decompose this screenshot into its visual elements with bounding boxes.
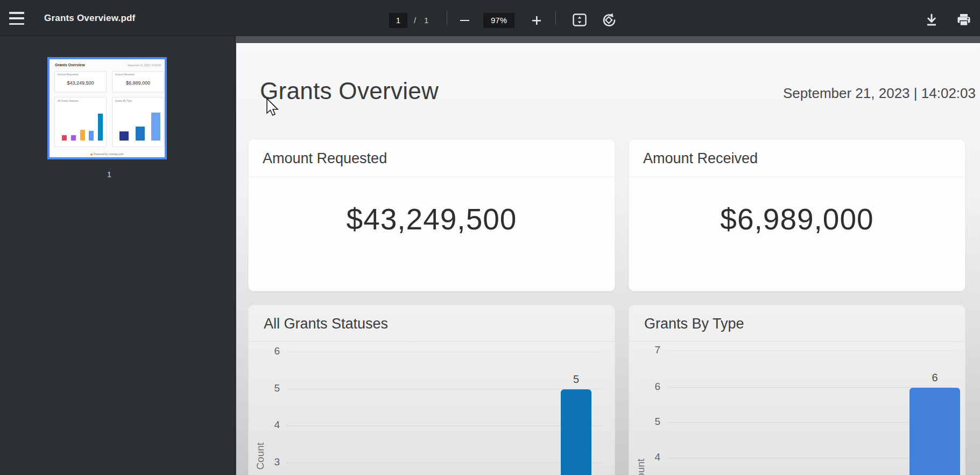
y-axis-tick: 3 [264, 456, 280, 468]
thumbnail-mini-bars [62, 108, 103, 141]
fit-to-page-icon [572, 13, 587, 27]
gridline [286, 425, 602, 426]
y-axis-tick: 7 [644, 344, 660, 356]
thumbnail-mini-bar [136, 127, 145, 141]
y-axis-tick: 6 [264, 345, 280, 357]
thumbnail-chart-title: Grants By Type [115, 100, 132, 102]
thumbnail-chart: All Grants Statuses [54, 97, 107, 147]
stat-card-value: $43,249,500 [249, 202, 615, 236]
minus-icon [460, 20, 469, 22]
stat-card-amount-requested: Amount Requested $43,249,500 [248, 139, 615, 291]
page-total: 1 [424, 13, 428, 28]
thumbnail-page-number: 1 [47, 170, 171, 179]
monday-logo-dot-icon [90, 153, 93, 156]
gridline [286, 463, 602, 463]
zoom-level-input[interactable]: 97% [483, 13, 514, 28]
zoom-out-button[interactable] [456, 13, 473, 28]
y-axis-tick: 4 [644, 451, 660, 463]
y-axis-tick: 5 [644, 416, 660, 428]
bar-value-label: 5 [561, 373, 591, 386]
thumbnail-mini-bar [89, 131, 94, 141]
toolbar-divider [555, 11, 556, 25]
download-button[interactable] [921, 11, 942, 29]
thumbnail-mini-bar [80, 130, 85, 141]
plus-icon [532, 16, 541, 25]
thumbnail-mini-bar [119, 131, 129, 141]
gridline [667, 351, 952, 351]
thumbnail-doc-date: September 21, 2023 | 14:02:03 [128, 64, 161, 67]
pdf-toolbar: Grants Overview.pdf 1 / 1 97% [0, 0, 980, 36]
y-axis-label: Count [635, 453, 646, 475]
thumbnail-mini-bar [71, 135, 76, 141]
y-axis-tick: 4 [264, 419, 280, 431]
thumbnail-mini-bar [62, 135, 67, 141]
document-filename: Grants Overview.pdf [44, 0, 135, 36]
fit-to-page-button[interactable] [570, 11, 589, 29]
bar [910, 388, 960, 475]
gridline [667, 387, 952, 388]
thumbnail-mini-bar [98, 114, 103, 141]
thumbnail-doc-title: Grants Overview [55, 63, 85, 67]
stat-card-amount-received: Amount Received $6,989,000 [629, 139, 965, 291]
zoom-in-button[interactable] [527, 12, 546, 29]
thumbnail-card-value: $43,249,500 [55, 80, 106, 86]
stat-card-title: Amount Requested [249, 139, 615, 177]
download-icon [925, 13, 939, 27]
document-timestamp: September 21, 2023 | 14:02:03 [783, 85, 976, 102]
toolbar-divider [447, 11, 447, 25]
pdf-viewer-window: Grants Overview.pdf 1 / 1 97% [0, 0, 980, 475]
thumbnail-mini-bar [151, 113, 160, 141]
rotate-button[interactable] [598, 10, 619, 30]
page-number-input[interactable]: 1 [389, 13, 407, 28]
bar-value-label: 6 [910, 372, 960, 384]
print-button[interactable] [954, 11, 974, 29]
thumbnail-stat-card: Amount Received $6,989,000 [112, 71, 164, 93]
menu-icon[interactable] [8, 11, 26, 26]
thumbnail-chart-title: All Grants Statuses [58, 100, 79, 102]
bar [561, 389, 591, 475]
thumbnail-card-title: Amount Requested [58, 73, 79, 76]
thumbnail-stat-card: Amount Requested $43,249,500 [54, 71, 107, 93]
y-axis-tick: 6 [644, 381, 660, 393]
mouse-cursor [266, 98, 280, 118]
chart-title: Grants By Type [629, 305, 965, 342]
thumbnail-footer: Powered by monday.com [50, 152, 165, 156]
thumbnail-sidebar: Grants Overview September 21, 2023 | 14:… [0, 36, 235, 475]
y-axis-label: Count [255, 437, 265, 475]
document-title: Grants Overview [260, 78, 439, 104]
chart-card-all-grants-statuses: All Grants Statuses 6 5 4 3 5 Count [248, 305, 615, 475]
gridline [286, 352, 602, 352]
pdf-page: Grants Overview September 21, 2023 | 14:… [236, 43, 980, 475]
gridline [286, 389, 602, 389]
pdf-viewport[interactable]: Grants Overview September 21, 2023 | 14:… [236, 36, 980, 475]
page-count-separator: / [414, 13, 416, 28]
thumbnail-footer-text: Powered by monday.com [94, 152, 124, 156]
rotate-counterclockwise-icon [601, 12, 617, 28]
chart-card-grants-by-type: Grants By Type 7 6 5 4 6 Count [629, 305, 965, 475]
thumbnail-card-value: $6,989,000 [112, 80, 164, 86]
print-icon [956, 13, 971, 27]
thumbnail-mini-bars [119, 108, 160, 141]
thumbnail-chart: Grants By Type [112, 97, 164, 147]
thumbnail-card-title: Amount Received [115, 73, 135, 76]
page-thumbnail[interactable]: Grants Overview September 21, 2023 | 14:… [47, 57, 167, 159]
stat-card-title: Amount Received [629, 139, 965, 177]
y-axis-tick: 5 [264, 382, 280, 394]
chart-title: All Grants Statuses [249, 305, 615, 342]
stat-card-value: $6,989,000 [629, 202, 965, 236]
